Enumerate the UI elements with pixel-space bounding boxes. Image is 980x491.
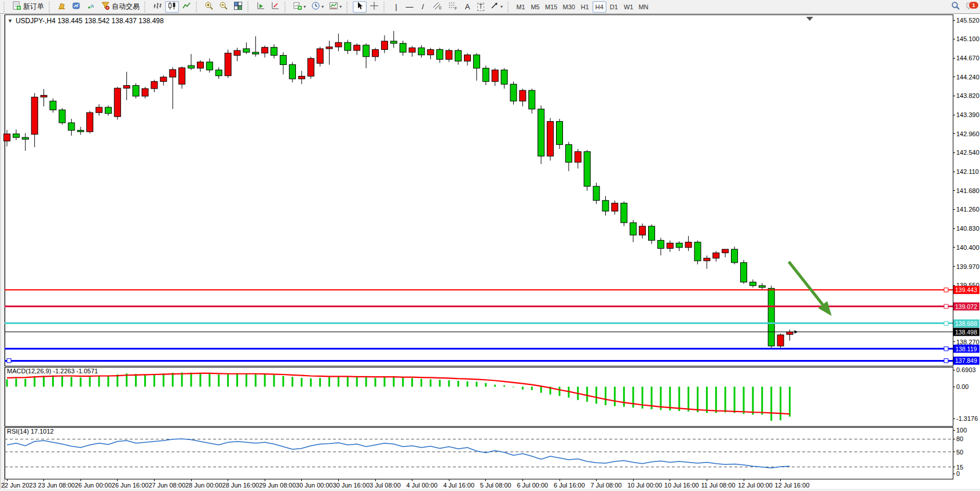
- text-tool-button[interactable]: A: [461, 1, 474, 13]
- hline-handle: [944, 288, 948, 292]
- tile-windows-button[interactable]: [231, 1, 245, 13]
- chat-button[interactable]: 1: [963, 1, 978, 13]
- profiles-button[interactable]: [55, 1, 69, 13]
- timeframe-button-M5[interactable]: M5: [528, 1, 542, 13]
- horizontal-line-icon: —: [406, 2, 414, 11]
- signals-button[interactable]: [84, 1, 98, 13]
- arrows-tool-button[interactable]: ▾: [488, 1, 505, 13]
- algo-trading-icon: [101, 1, 110, 12]
- new-order-button[interactable]: 新订单: [10, 1, 46, 13]
- timeframe-button-M30[interactable]: M30: [560, 1, 577, 13]
- tile-windows-icon: [233, 1, 243, 12]
- auto-scroll-button[interactable]: [254, 1, 268, 13]
- trendline-icon: /: [422, 2, 424, 11]
- svg-text:0.00: 0.00: [956, 383, 968, 390]
- toolbar-separator: [49, 2, 52, 12]
- svg-text:28 Jun 16:00: 28 Jun 16:00: [222, 482, 259, 489]
- fibonacci-icon: F: [448, 1, 458, 12]
- trendline-tool-button[interactable]: /: [416, 1, 429, 13]
- market-watch-button[interactable]: [70, 1, 83, 13]
- indicators-button[interactable]: ▾: [291, 1, 308, 13]
- svg-text:6 Jul 00:00: 6 Jul 00:00: [517, 482, 548, 489]
- notification-badge: 1: [968, 1, 979, 9]
- rsi-indicator-label: RSI(14) 17.1012: [7, 428, 54, 435]
- line-chart-button[interactable]: [180, 1, 193, 13]
- chart-dropdown-icon[interactable]: ▼: [8, 18, 13, 24]
- chart-shift-icon: [270, 1, 280, 12]
- chart-shift-button[interactable]: [268, 1, 282, 13]
- toolbar-separator: [383, 2, 387, 12]
- svg-text:26 Jun 00:00: 26 Jun 00:00: [75, 482, 112, 489]
- price-chart-canvas[interactable]: 145.520145.100144.670144.240143.820143.3…: [0, 14, 980, 491]
- periods-dropdown-caret[interactable]: ▾: [321, 4, 324, 9]
- text-tool-icon: A: [465, 2, 470, 11]
- timeframe-button-W1[interactable]: W1: [621, 1, 636, 13]
- zoom-in-button[interactable]: [202, 1, 216, 13]
- cursor-icon: [355, 1, 364, 12]
- horizontal-line-tool-button[interactable]: —: [403, 1, 416, 13]
- indicators-dropdown-caret[interactable]: ▾: [303, 4, 306, 9]
- candlestick-chart-button[interactable]: [165, 1, 179, 13]
- chart-window[interactable]: 145.520145.100144.670144.240143.820143.3…: [0, 14, 980, 491]
- time-axis: 22 Jun 202323 Jun 08:0026 Jun 00:0026 Ju…: [1, 479, 810, 489]
- svg-text:0.6903: 0.6903: [956, 366, 976, 373]
- timeframe-button-M1[interactable]: M1: [514, 1, 528, 13]
- new-order-icon: [12, 1, 21, 12]
- fibonacci-tool-button[interactable]: F: [445, 1, 460, 13]
- algo-trading-button[interactable]: 自动交易: [98, 1, 142, 13]
- svg-text:29 Jun 08:00: 29 Jun 08:00: [259, 482, 296, 489]
- svg-text:30 Jun 00:00: 30 Jun 00:00: [296, 482, 333, 489]
- arrows-dropdown-caret[interactable]: ▾: [500, 4, 503, 9]
- svg-text:15: 15: [956, 464, 963, 471]
- timeframe-button-MN[interactable]: MN: [636, 1, 650, 13]
- crosshair-button[interactable]: [367, 1, 381, 13]
- svg-text:139.443: 139.443: [955, 286, 977, 293]
- timeframe-button-H4[interactable]: H4: [593, 1, 606, 13]
- svg-text:139.072: 139.072: [955, 303, 977, 310]
- indicators-icon: [293, 1, 302, 12]
- hline-handle: [944, 321, 948, 325]
- bar-chart-icon: [153, 1, 162, 12]
- svg-text:12 Jul 16:00: 12 Jul 16:00: [775, 482, 810, 489]
- search-button[interactable]: [949, 1, 963, 13]
- chart-title-text: USDJPY-,H4 138.445 138.542 138.437 138.4…: [16, 17, 164, 25]
- svg-text:4 Jul 00:00: 4 Jul 00:00: [407, 482, 438, 489]
- timeframe-button-M15[interactable]: M15: [543, 1, 560, 13]
- templates-button[interactable]: ▾: [327, 1, 344, 13]
- vertical-line-tool-button[interactable]: |: [390, 1, 403, 13]
- svg-text:10 Jul 16:00: 10 Jul 16:00: [664, 482, 699, 489]
- svg-text:143.390: 143.390: [956, 111, 979, 118]
- toolbar-separator: [247, 2, 251, 12]
- svg-text:140.830: 140.830: [956, 225, 979, 232]
- zoom-out-button[interactable]: [217, 1, 231, 13]
- toolbar-separator: [284, 2, 288, 12]
- text-label-icon: T: [477, 3, 484, 11]
- templates-dropdown-caret[interactable]: ▾: [339, 4, 342, 9]
- svg-text:141.260: 141.260: [956, 206, 979, 213]
- timeframe-button-D1[interactable]: D1: [607, 1, 621, 13]
- toolbar-separator: [196, 2, 199, 12]
- chart-title: ▼USDJPY-,H4 138.445 138.542 138.437 138.…: [8, 17, 164, 25]
- cursor-button[interactable]: [353, 1, 367, 13]
- svg-text:7 Jul 08:00: 7 Jul 08:00: [591, 482, 622, 489]
- svg-text:23 Jun 08:00: 23 Jun 08:00: [38, 482, 75, 489]
- profiles-icon: [57, 1, 67, 12]
- timeframe-button-H1[interactable]: H1: [578, 1, 592, 13]
- svg-text:30 Jun 16:00: 30 Jun 16:00: [332, 482, 370, 489]
- search-icon: [951, 1, 960, 12]
- price-axis: 145.520145.100144.670144.240143.820143.3…: [953, 17, 979, 345]
- toolbar-drag-handle[interactable]: [3, 2, 7, 12]
- svg-text:145.100: 145.100: [956, 35, 979, 42]
- toolbar-separator: [144, 2, 148, 12]
- channel-tool-button[interactable]: E: [430, 1, 445, 13]
- signals-icon: [86, 1, 96, 12]
- bar-chart-button[interactable]: [151, 1, 164, 13]
- hline-handle: [944, 347, 948, 351]
- svg-text:138.270: 138.270: [956, 339, 979, 345]
- text-label-tool-button[interactable]: T: [474, 1, 487, 13]
- periods-button[interactable]: ▾: [309, 1, 326, 13]
- svg-text:28 Jun 00:00: 28 Jun 00:00: [185, 482, 222, 489]
- svg-text:138.688: 138.688: [955, 320, 977, 327]
- svg-text:26 Jun 16:00: 26 Jun 16:00: [112, 482, 149, 489]
- svg-text:3 Jul 08:00: 3 Jul 08:00: [370, 482, 401, 489]
